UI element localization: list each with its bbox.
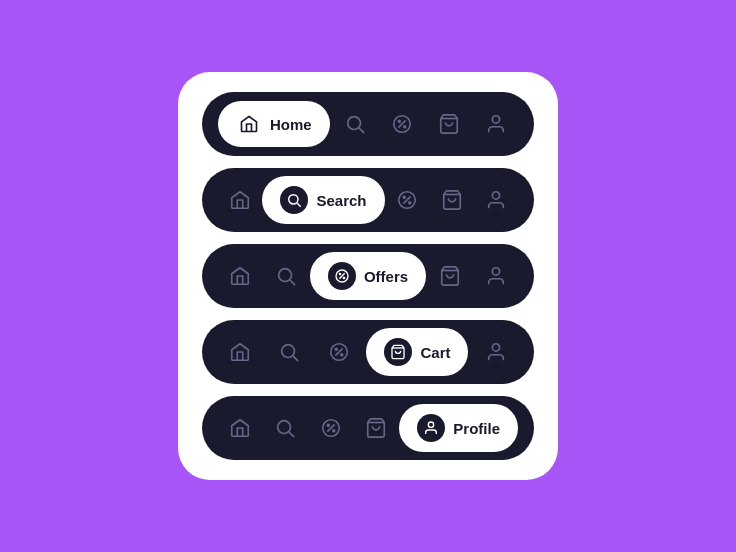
svg-point-16: [279, 269, 292, 282]
svg-point-28: [335, 348, 337, 350]
percent-icon-r2: [396, 189, 418, 211]
profile-nav-item-r3[interactable]: [474, 254, 518, 298]
cart-icon-r2: [441, 189, 463, 211]
nav-card: Home Search: [178, 72, 558, 480]
percent-icon-r4: [328, 341, 350, 363]
cart-pill[interactable]: Cart: [366, 328, 468, 376]
search-label: Search: [316, 192, 366, 209]
svg-point-12: [403, 196, 405, 198]
home-icon: [239, 114, 259, 134]
user-icon-r1: [485, 113, 507, 135]
cart-nav-item-r3[interactable]: [428, 254, 472, 298]
home-icon-r5: [229, 417, 251, 439]
svg-point-29: [341, 354, 343, 356]
search-pill[interactable]: Search: [262, 176, 384, 224]
cart-nav-item-r2[interactable]: [430, 178, 474, 222]
svg-point-36: [327, 424, 329, 426]
offers-label: Offers: [364, 268, 408, 285]
svg-line-9: [297, 203, 301, 207]
svg-line-25: [294, 356, 299, 361]
user-icon-active: [423, 420, 439, 436]
percent-icon-active: [334, 268, 350, 284]
search-pill-icon: [280, 186, 308, 214]
search-icon-r4: [278, 341, 300, 363]
offers-nav-item-r4[interactable]: [317, 330, 361, 374]
svg-line-17: [290, 280, 295, 285]
offers-nav-item-r2[interactable]: [385, 178, 429, 222]
svg-point-15: [492, 192, 499, 199]
search-icon-r3: [275, 265, 297, 287]
home-icon-r4: [229, 341, 251, 363]
search-nav-item-r3[interactable]: [264, 254, 308, 298]
offers-nav-item-r5[interactable]: [309, 406, 353, 450]
svg-point-24: [282, 345, 295, 358]
profile-label: Profile: [453, 420, 500, 437]
svg-point-20: [339, 273, 340, 274]
home-pill[interactable]: Home: [218, 101, 330, 147]
home-nav-item-r4[interactable]: [218, 330, 262, 374]
svg-point-4: [398, 120, 400, 122]
svg-point-8: [289, 195, 298, 204]
nav-row-search: Search: [202, 168, 534, 232]
user-icon-r4: [485, 341, 507, 363]
nav-row-home: Home: [202, 92, 534, 156]
profile-nav-item-r2[interactable]: [474, 178, 518, 222]
cart-icon-r3: [439, 265, 461, 287]
percent-icon-r5: [320, 417, 342, 439]
svg-point-0: [347, 117, 360, 130]
search-icon-r5: [274, 417, 296, 439]
profile-pill-icon: [417, 414, 445, 442]
profile-pill[interactable]: Profile: [399, 404, 518, 452]
home-icon-r3: [229, 265, 251, 287]
svg-line-33: [289, 432, 294, 437]
svg-point-32: [278, 421, 291, 434]
svg-point-37: [332, 430, 334, 432]
search-icon-active: [286, 192, 302, 208]
profile-nav-item-r4[interactable]: [474, 330, 518, 374]
svg-point-39: [429, 422, 434, 427]
svg-point-13: [409, 202, 411, 204]
cart-nav-item-r5[interactable]: [354, 406, 398, 450]
home-icon-r2: [229, 189, 251, 211]
search-icon-r1: [344, 113, 366, 135]
user-icon-r3: [485, 265, 507, 287]
profile-nav-item-r1[interactable]: [474, 102, 518, 146]
cart-icon-r5: [365, 417, 387, 439]
user-icon-r2: [485, 189, 507, 211]
home-nav-item-r2[interactable]: [218, 178, 262, 222]
nav-row-cart: Cart: [202, 320, 534, 384]
home-label: Home: [270, 116, 312, 133]
offers-pill[interactable]: Offers: [310, 252, 426, 300]
svg-line-1: [359, 128, 364, 133]
svg-point-23: [492, 268, 499, 275]
cart-nav-item-r1[interactable]: [427, 102, 471, 146]
search-nav-item-r5[interactable]: [263, 406, 307, 450]
cart-icon-r1: [438, 113, 460, 135]
cart-icon-active: [390, 344, 406, 360]
nav-row-profile: Profile: [202, 396, 534, 460]
search-nav-item-r1[interactable]: [333, 102, 377, 146]
offers-nav-item-r1[interactable]: [380, 102, 424, 146]
offers-pill-icon: [328, 262, 356, 290]
cart-pill-icon: [384, 338, 412, 366]
search-nav-item-r4[interactable]: [267, 330, 311, 374]
svg-point-7: [492, 116, 499, 123]
svg-point-21: [343, 277, 344, 278]
nav-row-offers: Offers: [202, 244, 534, 308]
home-pill-icon: [236, 111, 262, 137]
percent-icon-r1: [391, 113, 413, 135]
home-nav-item-r3[interactable]: [218, 254, 262, 298]
home-nav-item-r5[interactable]: [218, 406, 262, 450]
cart-label: Cart: [420, 344, 450, 361]
svg-point-31: [492, 344, 499, 351]
svg-point-5: [404, 126, 406, 128]
